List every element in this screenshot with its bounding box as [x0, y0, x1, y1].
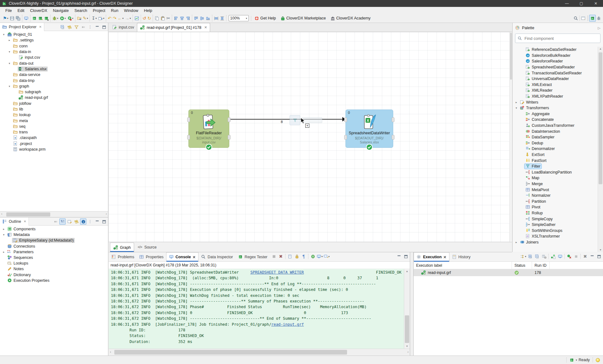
outline-item-sequences[interactable]: 123Sequences [0, 255, 108, 260]
redo-icon[interactable]: ↷ [112, 15, 117, 22]
forward-icon[interactable]: →▾ [124, 15, 132, 22]
output-port-stub[interactable] [392, 117, 394, 122]
remove-all-icon[interactable]: ✖ [582, 253, 588, 260]
menu-edit[interactable]: Edit [15, 8, 27, 13]
outline-item-components[interactable]: ▸Components [0, 226, 108, 232]
graph-canvas[interactable]: 8 0 FlatFileReader ${DATAIN_DIR}/input.c… [109, 32, 509, 242]
open-console-icon[interactable]: +▾ [323, 253, 330, 260]
tree-view-icon[interactable] [59, 218, 66, 225]
menu-navigate[interactable]: Navigate [50, 8, 72, 13]
save-all-icon[interactable] [15, 15, 21, 22]
align-right-icon[interactable] [185, 15, 191, 22]
project-item-seq[interactable]: seq [0, 124, 108, 129]
project-explorer-hscrollbar[interactable]: ‹ › [0, 211, 108, 217]
project-item-read-input-grf[interactable]: read-input.grf [0, 95, 108, 100]
menu-run[interactable]: Run [108, 8, 121, 13]
run-scheduler-icon[interactable]: ▾ [520, 253, 526, 260]
project-explorer-tab[interactable]: Project Explorer ✕ [0, 23, 44, 31]
input-port-stub[interactable] [344, 117, 347, 122]
minimize-window-button[interactable]: — [560, 0, 574, 7]
link-editor-icon[interactable] [73, 218, 79, 225]
palette-item-merge[interactable]: Merge [513, 181, 598, 187]
project-item-settings[interactable]: ▸.settings [0, 37, 108, 43]
clover-perspective-icon[interactable] [589, 15, 596, 22]
palette-item-xmlxpathreader[interactable]: xXMLXPathReader [513, 94, 598, 99]
pin-console-icon[interactable]: + [310, 253, 316, 260]
export-window-icon[interactable]: ▾ [97, 15, 105, 22]
scroll-lock-icon[interactable] [294, 253, 300, 260]
palette-item-dataintersection[interactable]: DataIntersection [513, 128, 598, 134]
output-port-stub[interactable] [392, 135, 394, 140]
bottom-tab-data-inspector[interactable]: Data Inspector [198, 252, 236, 262]
maximize-icon[interactable] [101, 24, 107, 30]
console-link[interactable]: read-input.grf [271, 322, 304, 327]
terminate-icon[interactable] [271, 253, 277, 260]
palette-item-loadbalancingpartition[interactable]: LoadBalancingPartition [513, 169, 598, 175]
collapse-all-icon[interactable] [59, 24, 66, 30]
project-item-data-service[interactable]: data-service [0, 72, 108, 78]
project-item-lookup[interactable]: lookup [0, 112, 108, 118]
link-editor-icon[interactable] [66, 24, 73, 30]
palette-item-transformers[interactable]: ▾Transformers [513, 105, 598, 111]
outline-item-execution-properties[interactable]: Execution Properties [0, 278, 108, 283]
distribute-v-icon[interactable] [219, 15, 225, 22]
outline-item-lookups[interactable]: Lookups [0, 260, 108, 266]
project-item-lib[interactable]: lib [0, 106, 108, 112]
palette-item-concatenate[interactable]: Concatenate [513, 117, 598, 123]
project-item-project-01[interactable]: ▾Project_01 [0, 32, 108, 37]
close-icon[interactable]: ✕ [443, 255, 446, 260]
vscroll-thumb[interactable] [510, 33, 512, 80]
panel-sash[interactable] [410, 252, 413, 356]
academy-link[interactable]: CloverDX Academy [328, 16, 373, 21]
debug-icon[interactable]: ▾ [52, 15, 59, 22]
vscroll-thumb[interactable] [599, 52, 602, 184]
new-wizard-icon[interactable]: ⚑▾ [2, 15, 9, 22]
project-item-workspace-prm[interactable]: x=yworkspace.prm [0, 147, 108, 152]
outline-item-metadata[interactable]: ▾Metadata [0, 232, 108, 238]
open-perspective-icon[interactable] [580, 15, 586, 22]
graph-edge[interactable] [229, 119, 345, 120]
focus-icon[interactable] [80, 24, 86, 30]
flatfilereader-node[interactable]: 0 FlatFileReader ${DATAIN_DIR}/input.csv [188, 110, 229, 148]
palette-item-normalizer[interactable]: Normalizer [513, 193, 598, 199]
execution-tab-history[interactable]: History [449, 252, 473, 262]
palette-item-simplecopy[interactable]: SimpleCopy [513, 216, 598, 222]
project-item-trans[interactable]: trans [0, 129, 108, 135]
align-left-icon[interactable] [173, 15, 179, 22]
expand-arrow-icon[interactable]: ▸ [1, 228, 6, 231]
menu-file[interactable]: File [3, 8, 15, 13]
execution-row-read-input-grf[interactable]: read-input.grf178 [414, 269, 603, 276]
clear-console-icon[interactable] [287, 253, 293, 260]
align-top-icon[interactable] [193, 15, 199, 22]
menu-cloverdx[interactable]: CloverDX [27, 8, 50, 13]
run-profile-icon[interactable]: ▾ [67, 15, 74, 22]
close-icon[interactable]: ✕ [39, 25, 41, 29]
notification-bulb-icon[interactable] [596, 358, 600, 362]
project-item-input-csv[interactable]: input.csv [0, 55, 108, 60]
editor-tab-input-csv[interactable]: input.csv [109, 23, 137, 32]
back-icon[interactable]: ←▾ [117, 15, 124, 22]
collapse-arrow-icon[interactable]: ▾ [1, 233, 6, 236]
spreadsheetdatawriter-node[interactable]: 0 X SpreadsheetDataWriter ${DATAOUT_DIR}… [345, 110, 393, 148]
palette-item-customjavatransformer[interactable]: CustomJavaTransformer [513, 123, 598, 129]
collapse-arrow-icon[interactable]: ▾ [1, 33, 6, 36]
minimize-icon[interactable] [94, 24, 100, 30]
marketplace-link[interactable]: CloverDX Marketplace [278, 16, 328, 21]
view-menu-icon[interactable]: ⋮ [87, 218, 93, 225]
stop-icon[interactable] [573, 253, 579, 260]
scroll-down-icon[interactable]: ▼ [598, 249, 603, 251]
chevron-down-icon[interactable]: ▾ [576, 359, 577, 361]
palette-item-partition[interactable]: Partition [513, 198, 598, 204]
execution-tab-execution[interactable]: Execution✕ [414, 252, 449, 262]
view-tab-source[interactable]: </>Source [134, 243, 160, 252]
project-item-project[interactable]: X.project [0, 141, 108, 147]
clover-graph-icon[interactable] [31, 15, 37, 22]
bottom-tab-regex-tester[interactable]: Regex Tester [236, 252, 270, 262]
focus-icon[interactable] [52, 218, 59, 225]
project-item-data-tmp[interactable]: data-tmp [0, 78, 108, 83]
palette-item-joiners[interactable]: ▸Joiners [513, 239, 598, 245]
project-item-data-in[interactable]: ▾data-in [0, 49, 108, 55]
menu-project[interactable]: Project [90, 8, 108, 13]
cut-icon[interactable]: ✂ [166, 15, 171, 22]
project-item-jobflow[interactable]: jobflow [0, 101, 108, 106]
